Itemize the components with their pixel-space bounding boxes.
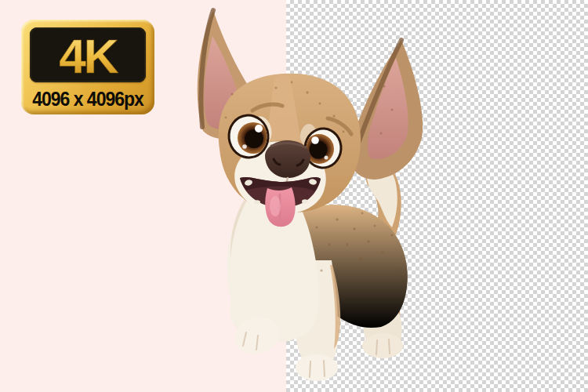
badge-inner-screen: 4K (30, 27, 146, 82)
badge-4k-graphic: 4K (30, 27, 146, 82)
badge-4k-text: 4K (59, 29, 118, 82)
dog-right-ear (348, 40, 423, 180)
dog-tongue (265, 187, 295, 227)
resolution-badge: 4K 4096 x 4096px (21, 20, 154, 114)
badge-dimensions-text: 4096 x 4096px (21, 87, 154, 111)
stage: 4K 4096 x 4096px (0, 0, 588, 392)
